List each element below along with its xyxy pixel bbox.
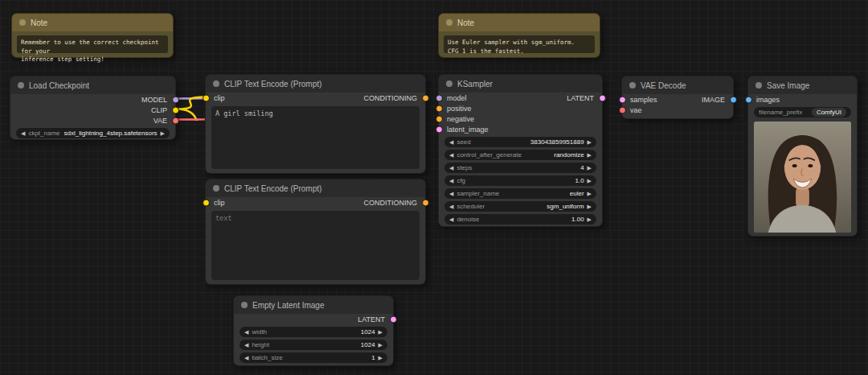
model-input-port[interactable] — [436, 94, 443, 101]
prompt-textarea[interactable]: A girl smiling — [211, 106, 420, 169]
note-text[interactable]: Remember to use the correct checkpoint f… — [17, 35, 168, 53]
output-label-vae: VAE — [154, 117, 167, 125]
samples-input-port[interactable] — [619, 96, 626, 103]
decrement-icon[interactable]: ◀ — [449, 216, 453, 222]
clip-input-port[interactable] — [203, 199, 210, 206]
node-ksampler[interactable]: KSampler model LATENT positive negative … — [438, 74, 603, 227]
height-widget[interactable]: ◀ height 1024 ▶ — [240, 340, 387, 350]
decrement-icon[interactable]: ◀ — [244, 329, 248, 335]
prev-option-icon[interactable]: ◀ — [21, 130, 25, 136]
node-title: KSampler — [457, 80, 493, 89]
node-clip-text-encode-positive[interactable]: CLIP Text Encode (Prompt) clip CONDITION… — [205, 74, 426, 174]
filename-prefix-widget[interactable]: filename_prefix ComfyUI — [754, 107, 851, 117]
node-note-1[interactable]: Note Remember to use the correct checkpo… — [11, 13, 174, 58]
conditioning-output-port[interactable] — [422, 199, 429, 206]
image-output-port[interactable] — [730, 96, 737, 103]
negative-input-port[interactable] — [436, 115, 443, 122]
input-label-negative: negative — [447, 115, 474, 123]
output-label-conditioning: CONDITIONING — [364, 199, 418, 207]
input-label-positive: positive — [447, 105, 472, 113]
node-header[interactable]: VAE Decode — [622, 76, 733, 94]
node-title: Load Checkpoint — [29, 81, 89, 90]
node-status-dot — [629, 82, 636, 89]
next-option-icon[interactable]: ▶ — [588, 204, 592, 209]
node-note-2[interactable]: Note Use Euler sampler with sgm_uniform.… — [438, 13, 600, 58]
decrement-icon[interactable]: ◀ — [244, 342, 248, 348]
node-status-dot — [241, 302, 248, 308]
node-clip-text-encode-negative[interactable]: CLIP Text Encode (Prompt) clip CONDITION… — [205, 179, 426, 285]
input-label-latent-image: latent_image — [447, 126, 489, 134]
increment-icon[interactable]: ▶ — [588, 216, 592, 222]
latent-output-port[interactable] — [390, 315, 397, 323]
clip-input-port[interactable] — [203, 94, 210, 101]
scheduler-widget[interactable]: ◀ scheduler sgm_uniform ▶ — [444, 201, 596, 212]
node-graph-canvas[interactable]: Note Remember to use the correct checkpo… — [0, 0, 868, 375]
vae-input-port[interactable] — [619, 106, 626, 113]
sampler-name-widget[interactable]: ◀ sampler_name euler ▶ — [444, 188, 596, 199]
prev-option-icon[interactable]: ◀ — [449, 191, 453, 196]
node-save-image[interactable]: Save Image images filename_prefix ComfyU… — [747, 76, 858, 237]
latent-output-port[interactable] — [599, 94, 606, 101]
next-option-icon[interactable]: ▶ — [161, 130, 165, 136]
steps-widget[interactable]: ◀ steps 4 ▶ — [444, 163, 596, 173]
decrement-icon[interactable]: ◀ — [449, 165, 453, 171]
node-title: Save Image — [767, 81, 809, 90]
images-input-port[interactable] — [745, 96, 752, 103]
increment-icon[interactable]: ▶ — [588, 165, 592, 171]
image-preview[interactable] — [754, 122, 851, 233]
input-label-clip: clip — [214, 94, 225, 102]
increment-icon[interactable]: ▶ — [379, 342, 383, 348]
node-header[interactable]: CLIP Text Encode (Prompt) — [206, 179, 425, 197]
node-status-dot — [213, 80, 219, 87]
output-label-model: MODEL — [141, 96, 167, 104]
output-label-conditioning: CONDITIONING — [364, 94, 418, 102]
node-header[interactable]: Empty Latent Image — [234, 296, 393, 314]
prompt-textarea[interactable]: text — [211, 211, 420, 280]
increment-icon[interactable]: ▶ — [588, 139, 592, 145]
node-header[interactable]: Note — [12, 14, 173, 31]
batch-size-widget[interactable]: ◀ batch_size 1 ▶ — [240, 352, 387, 363]
seed-widget[interactable]: ◀ seed 383043859951889 ▶ — [444, 137, 596, 147]
control-after-generate-widget[interactable]: ◀ control_after_generate randomize ▶ — [444, 150, 596, 160]
node-title: Empty Latent Image — [252, 301, 325, 310]
input-label-model: model — [447, 94, 467, 102]
ckpt-name-widget[interactable]: ◀ ckpt_name sdxl_lightning_4step.safeten… — [16, 128, 170, 138]
decrement-icon[interactable]: ◀ — [449, 178, 453, 183]
note-text[interactable]: Use Euler sampler with sgm_uniform. CFG … — [444, 35, 595, 53]
output-label-latent: LATENT — [358, 315, 385, 323]
node-status-dot — [19, 19, 26, 26]
node-status-dot — [213, 185, 219, 192]
decrement-icon[interactable]: ◀ — [244, 355, 248, 361]
next-option-icon[interactable]: ▶ — [588, 152, 592, 158]
output-label-image: IMAGE — [702, 96, 725, 104]
prev-option-icon[interactable]: ◀ — [449, 152, 453, 158]
cfg-widget[interactable]: ◀ cfg 1.0 ▶ — [444, 175, 596, 186]
increment-icon[interactable]: ▶ — [379, 329, 383, 335]
node-header[interactable]: CLIP Text Encode (Prompt) — [206, 75, 425, 93]
node-load-checkpoint[interactable]: Load Checkpoint MODEL CLIP VAE ◀ ckpt_na… — [10, 76, 176, 140]
prev-option-icon[interactable]: ◀ — [449, 204, 453, 209]
latent-image-input-port[interactable] — [436, 126, 443, 133]
node-title: Note — [457, 19, 474, 27]
conditioning-output-port[interactable] — [422, 94, 429, 101]
vae-output-port[interactable] — [172, 117, 179, 124]
node-header[interactable]: Load Checkpoint — [10, 76, 175, 94]
increment-icon[interactable]: ▶ — [588, 178, 592, 183]
node-title: VAE Decode — [641, 81, 686, 90]
model-output-port[interactable] — [172, 96, 179, 103]
decrement-icon[interactable]: ◀ — [449, 139, 453, 145]
node-empty-latent-image[interactable]: Empty Latent Image LATENT ◀ width 1024 ▶… — [233, 295, 394, 366]
positive-input-port[interactable] — [436, 105, 443, 112]
node-vae-decode[interactable]: VAE Decode samples IMAGE vae — [621, 76, 734, 119]
clip-output-port[interactable] — [172, 106, 179, 113]
next-option-icon[interactable]: ▶ — [588, 191, 592, 196]
node-status-dot — [446, 19, 452, 26]
node-header[interactable]: Save Image — [748, 76, 857, 94]
node-title: Note — [31, 19, 47, 27]
node-header[interactable]: Note — [439, 14, 600, 31]
denoise-widget[interactable]: ◀ denoise 1.00 ▶ — [444, 214, 596, 225]
width-widget[interactable]: ◀ width 1024 ▶ — [240, 327, 387, 337]
node-header[interactable]: KSampler — [439, 75, 602, 93]
input-label-images: images — [756, 96, 780, 104]
increment-icon[interactable]: ▶ — [379, 355, 383, 361]
